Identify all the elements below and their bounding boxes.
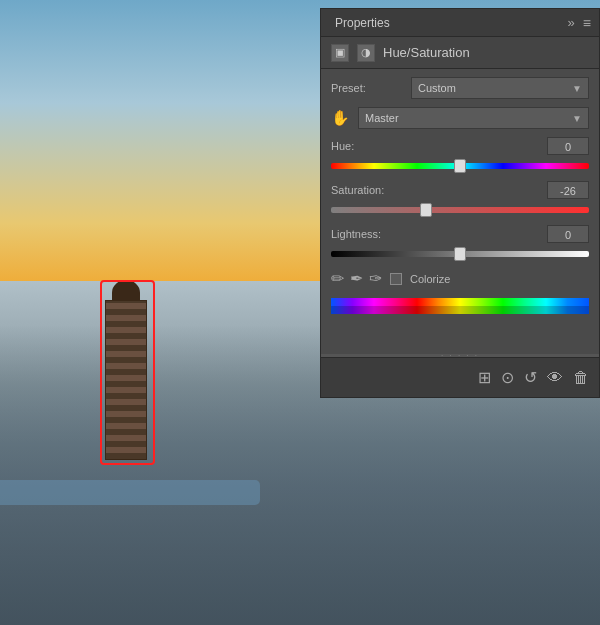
channel-value: Master <box>365 112 399 124</box>
panel-title: Hue/Saturation <box>383 45 470 60</box>
saturation-label-row: Saturation: -26 <box>331 181 589 199</box>
lightness-thumb[interactable] <box>454 247 466 261</box>
hue-value[interactable]: 0 <box>547 137 589 155</box>
channel-select[interactable]: Master ▼ <box>358 107 589 129</box>
panel-header-icons: » ≡ <box>568 15 591 31</box>
hue-thumb[interactable] <box>454 159 466 173</box>
colorize-checkbox[interactable] <box>390 273 402 285</box>
reset-icon[interactable]: ↺ <box>524 368 537 387</box>
layer-icon-symbol: ▣ <box>335 46 345 59</box>
panel-body: Preset: Custom ▼ ✋ Master ▼ Hue: 0 <box>321 69 599 322</box>
color-bars <box>331 298 589 314</box>
saturation-thumb[interactable] <box>420 203 432 217</box>
preset-value: Custom <box>418 82 456 94</box>
link-icon[interactable]: ⊙ <box>501 368 514 387</box>
saturation-section: Saturation: -26 <box>331 181 589 217</box>
river-band <box>0 480 260 505</box>
eyedropper-icon-2[interactable]: ✒ <box>350 269 363 288</box>
saturation-track <box>331 207 589 213</box>
channel-arrow-icon: ▼ <box>572 113 582 124</box>
expand-icon[interactable]: » <box>568 15 575 30</box>
layer-icon: ▣ <box>331 44 349 62</box>
saturation-slider[interactable] <box>331 203 589 217</box>
colorize-label: Colorize <box>410 273 450 285</box>
tower <box>100 280 155 465</box>
preset-arrow-icon: ▼ <box>572 83 582 94</box>
tower-selection-outline <box>100 280 155 465</box>
add-mask-icon[interactable]: ⊞ <box>478 368 491 387</box>
hue-label-row: Hue: 0 <box>331 137 589 155</box>
lightness-label-row: Lightness: 0 <box>331 225 589 243</box>
eyedropper-icon-1[interactable]: ✏ <box>331 269 344 288</box>
hand-icon[interactable]: ✋ <box>331 109 350 127</box>
preset-row: Preset: Custom ▼ <box>331 77 589 99</box>
lightness-section: Lightness: 0 <box>331 225 589 261</box>
channel-row: ✋ Master ▼ <box>331 107 589 129</box>
preset-select[interactable]: Custom ▼ <box>411 77 589 99</box>
menu-icon[interactable]: ≡ <box>583 15 591 31</box>
visibility-icon[interactable]: 👁 <box>547 369 563 387</box>
saturation-label: Saturation: <box>331 184 384 196</box>
properties-tab[interactable]: Properties <box>329 14 396 32</box>
hue-slider[interactable] <box>331 159 589 173</box>
lightness-slider[interactable] <box>331 247 589 261</box>
adjustment-icon: ◑ <box>357 44 375 62</box>
eyedropper-group: ✏ ✒ ✑ <box>331 269 382 288</box>
properties-panel: Properties » ≡ ▣ ◑ Hue/Saturation Preset… <box>320 8 600 398</box>
delete-icon[interactable]: 🗑 <box>573 369 589 387</box>
lightness-value[interactable]: 0 <box>547 225 589 243</box>
adjustment-icon-symbol: ◑ <box>361 46 371 59</box>
panel-header-left: Properties <box>329 14 396 32</box>
lightness-label: Lightness: <box>331 228 381 240</box>
color-bar-top <box>331 298 589 306</box>
saturation-value[interactable]: -26 <box>547 181 589 199</box>
panel-title-bar: ▣ ◑ Hue/Saturation <box>321 37 599 69</box>
panel-footer: ⊞ ⊙ ↺ 👁 🗑 <box>321 357 599 397</box>
color-bar-bottom <box>331 306 589 314</box>
panel-header: Properties » ≡ <box>321 9 599 37</box>
hue-section: Hue: 0 <box>331 137 589 173</box>
eyedropper-icon-3[interactable]: ✑ <box>369 269 382 288</box>
hue-label: Hue: <box>331 140 354 152</box>
preset-label: Preset: <box>331 82 411 94</box>
colorize-row: ✏ ✒ ✑ Colorize <box>331 269 589 288</box>
